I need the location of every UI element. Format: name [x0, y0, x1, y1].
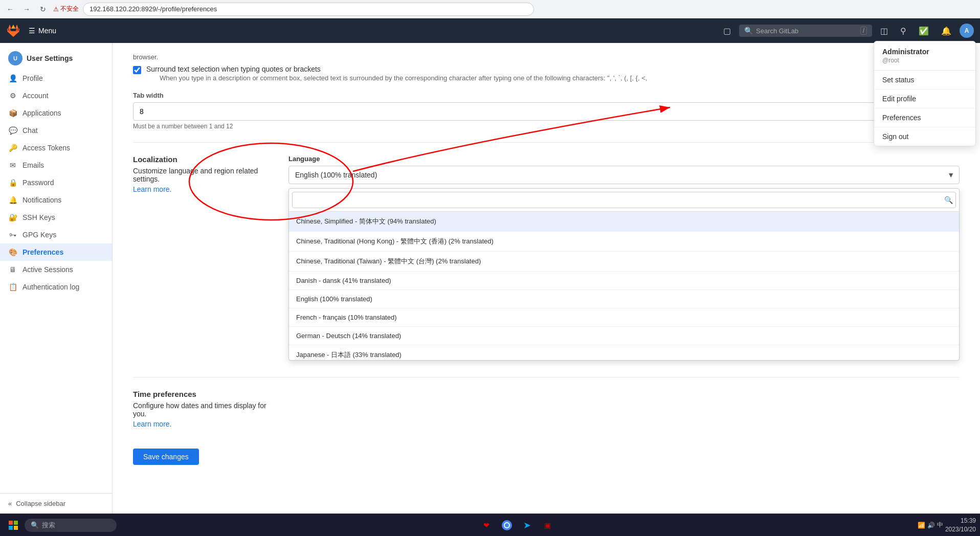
sidebar-title: User Settings — [27, 54, 73, 62]
browser-forward-button[interactable]: → — [20, 3, 33, 15]
user-menu-header: Administrator @root — [874, 41, 975, 71]
tab-width-section: Tab width Must be a number between 1 and… — [133, 92, 960, 130]
surround-text-checkbox[interactable] — [133, 66, 141, 74]
sidebar-item-label-gpg-keys: GPG Keys — [23, 231, 56, 239]
nav-plus-button[interactable]: ▢ — [719, 24, 735, 38]
user-menu-handle: @root — [882, 57, 967, 64]
nav-avatar[interactable]: A — [960, 24, 974, 38]
gpg-keys-icon: 🗝 — [8, 230, 17, 239]
user-menu-dropdown: Administrator @root Set status Edit prof… — [874, 41, 976, 146]
chat-icon: 💬 — [8, 126, 17, 135]
sidebar-item-active-sessions[interactable]: 🖥Active Sessions — [0, 261, 112, 278]
language-search-input[interactable] — [292, 192, 956, 208]
taskbar-clock: 15:39 2023/10/20 — [945, 517, 976, 534]
sidebar-item-applications[interactable]: 📦Applications — [0, 104, 112, 122]
time-preferences-learn-more-link[interactable]: Learn more. — [133, 420, 276, 428]
applications-icon: 📦 — [8, 108, 17, 118]
browser-reload-button[interactable]: ↻ — [37, 3, 49, 15]
nav-merge-button[interactable]: ⚲ — [896, 24, 910, 38]
sidebar-item-label-account: Account — [23, 92, 49, 100]
profile-icon: 👤 — [8, 74, 17, 83]
sidebar-item-gpg-keys[interactable]: 🗝GPG Keys — [0, 226, 112, 243]
language-option-zh-cn[interactable]: Chinese, Simplified - 简体中文 (94% translat… — [289, 212, 959, 232]
localization-learn-more-link[interactable]: Learn more. — [133, 185, 276, 193]
chevron-left-icon: « — [8, 500, 12, 507]
taskbar-time-display: 15:39 — [945, 517, 976, 525]
time-preferences-title: Time preferences — [133, 390, 276, 398]
sidebar-item-profile[interactable]: 👤Profile — [0, 70, 112, 87]
nav-board-button[interactable]: ◫ — [876, 24, 892, 38]
sidebar-item-password[interactable]: 🔒Password — [0, 174, 112, 191]
user-menu-set-status[interactable]: Set status — [874, 71, 975, 90]
save-changes-button[interactable]: Save changes — [133, 449, 199, 465]
language-select-display[interactable]: English (100% translated) — [288, 166, 960, 184]
nav-menu-label: Menu — [38, 27, 56, 35]
language-option-de[interactable]: German - Deutsch (14% translated) — [289, 327, 959, 345]
emails-icon: ✉ — [8, 161, 17, 170]
search-input[interactable] — [756, 27, 857, 35]
taskbar-search-label: 搜索 — [42, 521, 55, 530]
sidebar-item-label-notifications: Notifications — [23, 196, 61, 204]
taskbar-wifi-icon: 📶 — [918, 522, 925, 529]
taskbar-search-bar[interactable]: 🔍 搜索 — [25, 519, 117, 532]
sidebar-item-label-applications: Applications — [23, 109, 61, 117]
nav-search-bar[interactable]: 🔍 / — [739, 25, 872, 37]
taskbar-lang-label: 中 — [937, 521, 943, 529]
taskbar-app-red-box[interactable]: ▣ — [539, 516, 557, 534]
user-menu-name: Administrator — [882, 48, 967, 56]
sidebar-item-notifications[interactable]: 🔔Notifications — [0, 191, 112, 209]
sidebar-item-label-profile: Profile — [23, 74, 43, 82]
sidebar-item-access-tokens[interactable]: 🔑Access Tokens — [0, 139, 112, 157]
svg-rect-3 — [14, 526, 18, 530]
language-label: Language — [288, 155, 960, 163]
language-option-zh-tw[interactable]: Chinese, Traditional (Taiwan) - 繁體中文 (台灣… — [289, 252, 959, 272]
time-preferences-content — [288, 390, 960, 428]
sidebar-item-label-access-tokens: Access Tokens — [23, 144, 70, 152]
user-menu-preferences[interactable]: Preferences — [874, 108, 975, 127]
browser-url-input[interactable] — [83, 3, 534, 16]
sidebar-item-emails[interactable]: ✉Emails — [0, 157, 112, 174]
nav-menu-button[interactable]: ☰ Menu — [25, 25, 60, 37]
nav-bell-button[interactable]: 🔔 — [937, 24, 955, 38]
surround-text-checkbox-group: Surround text selection when typing quot… — [133, 65, 960, 83]
language-option-fr[interactable]: French - français (10% translated) — [289, 308, 959, 327]
content-area: browser. Surround text selection when ty… — [113, 43, 980, 513]
sidebar-item-label-active-sessions: Active Sessions — [23, 265, 73, 274]
sidebar-item-authentication-log[interactable]: 📋Authentication log — [0, 278, 112, 296]
language-option-zh-hk[interactable]: Chinese, Traditional (Hong Kong) - 繁體中文 … — [289, 232, 959, 252]
surround-text-label[interactable]: Surround text selection when typing quot… — [146, 65, 321, 73]
user-menu-sign-out[interactable]: Sign out — [874, 127, 975, 146]
language-option-en[interactable]: English (100% translated) — [289, 290, 959, 308]
sidebar-item-preferences[interactable]: 🎨Preferences — [0, 243, 112, 261]
windows-start-button[interactable] — [4, 516, 23, 534]
sidebar: U User Settings 👤Profile⚙Account📦Applica… — [0, 43, 113, 513]
tab-width-input[interactable] — [133, 102, 960, 121]
section-divider-2 — [133, 377, 960, 377]
surround-text-description: When you type in a description or commen… — [160, 73, 647, 83]
sidebar-item-chat[interactable]: 💬Chat — [0, 122, 112, 139]
gitlab-logo-icon — [6, 24, 20, 38]
taskbar-app-heart[interactable]: ❤ — [477, 516, 496, 534]
localization-description: Customize language and region related se… — [133, 167, 276, 193]
time-preferences-description: Configure how dates and times display fo… — [133, 401, 276, 428]
collapse-sidebar-button[interactable]: « Collapse sidebar — [0, 493, 112, 513]
sidebar-item-label-chat: Chat — [23, 126, 38, 135]
language-option-da[interactable]: Danish - dansk (41% translated) — [289, 272, 959, 290]
sidebar-nav: 👤Profile⚙Account📦Applications💬Chat🔑Acces… — [0, 70, 112, 296]
browser-back-button[interactable]: ← — [4, 3, 16, 15]
hamburger-icon: ☰ — [29, 27, 35, 35]
access-tokens-icon: 🔑 — [8, 143, 17, 152]
svg-point-6 — [505, 523, 509, 527]
notifications-icon: 🔔 — [8, 195, 17, 205]
taskbar-app-arrow[interactable]: ➤ — [518, 516, 537, 534]
browser-security-warning: ⚠ 不安全 — [53, 5, 79, 13]
language-option-ja[interactable]: Japanese - 日本語 (33% translated) — [289, 345, 959, 360]
account-icon: ⚙ — [8, 91, 17, 100]
sidebar-item-ssh-keys[interactable]: 🔐SSH Keys — [0, 209, 112, 226]
svg-rect-0 — [9, 521, 13, 525]
sidebar-item-account[interactable]: ⚙Account — [0, 87, 112, 104]
nav-todo-button[interactable]: ✅ — [915, 24, 933, 38]
user-menu-edit-profile[interactable]: Edit profile — [874, 90, 975, 108]
localization-label: Localization Customize language and regi… — [133, 155, 276, 361]
taskbar-app-chrome[interactable] — [498, 516, 516, 534]
